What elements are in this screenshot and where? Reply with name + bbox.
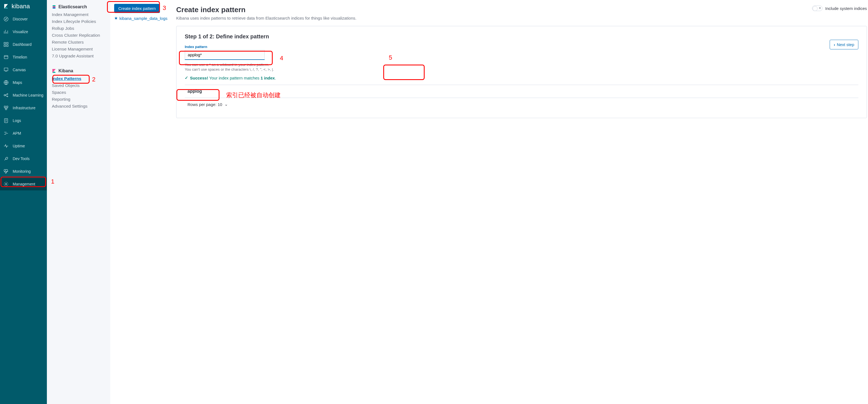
nav-infra[interactable]: Infrastructure — [0, 102, 47, 114]
link-reporting[interactable]: Reporting — [52, 97, 105, 102]
svg-rect-12 — [7, 106, 8, 107]
wrench-icon — [3, 156, 9, 162]
nav-label: Maps — [13, 80, 22, 85]
index-pattern-label: Index pattern — [185, 45, 830, 49]
nav-ml[interactable]: Machine Learning — [0, 89, 47, 102]
create-pattern-panel: Step 1 of 2: Define index pattern Index … — [176, 26, 867, 118]
nav-label: Discover — [13, 17, 28, 21]
nav-monitoring[interactable]: Monitoring — [0, 165, 47, 178]
link-ccr[interactable]: Cross Cluster Replication — [52, 33, 105, 38]
include-system-toggle-group: Include system indices — [812, 5, 867, 11]
main-nav: kibana Discover Visualize Dashboard Time… — [0, 0, 47, 404]
include-system-switch[interactable] — [812, 5, 823, 11]
success-lead: Success! — [190, 76, 208, 80]
nav-label: Timelion — [13, 55, 27, 59]
link-saved-objects[interactable]: Saved Objects — [52, 83, 105, 88]
bar-chart-icon — [3, 29, 9, 34]
brand[interactable]: kibana — [0, 0, 47, 13]
kb-section-title: Kibana — [58, 68, 73, 74]
chevron-down-icon: ⌄ — [224, 102, 228, 107]
heartbeat-icon — [3, 169, 9, 174]
nav-logs[interactable]: Logs — [0, 114, 47, 127]
nav-uptime[interactable]: Uptime — [0, 140, 47, 152]
rows-per-page-label: Rows per page: 10 — [187, 102, 222, 107]
nav-visualize[interactable]: Visualize — [0, 25, 47, 38]
svg-point-8 — [4, 95, 5, 96]
uptime-icon — [3, 143, 9, 149]
nav-apm[interactable]: APM — [0, 127, 47, 140]
nav-items: Discover Visualize Dashboard Timelion Ca… — [0, 13, 47, 191]
index-pattern-entry[interactable]: ★ kibana_sample_data_logs — [114, 16, 167, 21]
page-title: Create index pattern — [176, 5, 356, 14]
svg-rect-6 — [4, 68, 8, 70]
nav-label: Dev Tools — [13, 156, 30, 161]
matched-indices-table: applog Rows per page: 10 ⌄ — [185, 85, 858, 111]
link-index-patterns[interactable]: Index Patterns — [52, 76, 105, 81]
svg-point-10 — [7, 96, 8, 97]
svg-rect-4 — [7, 45, 8, 47]
kb-links: Index Patterns Saved Objects Spaces Repo… — [52, 76, 105, 109]
elasticsearch-icon — [52, 5, 56, 9]
index-pattern-entry-label: kibana_sample_data_logs — [119, 16, 167, 21]
next-step-button[interactable]: › Next step — [830, 40, 858, 49]
hint-wildcard: You can use a * as a wildcard in your in… — [185, 63, 830, 67]
kibana-logo-icon — [3, 4, 9, 9]
svg-point-0 — [4, 17, 8, 21]
svg-rect-5 — [4, 55, 8, 59]
svg-rect-13 — [5, 109, 7, 110]
brand-name: kibana — [11, 3, 30, 10]
timelion-icon — [3, 54, 9, 60]
matched-index-row: applog — [185, 85, 858, 98]
link-index-management[interactable]: Index Management — [52, 12, 105, 17]
step-title: Step 1 of 2: Define index pattern — [185, 33, 858, 40]
es-links: Index Management Index Lifecycle Policie… — [52, 12, 105, 58]
svg-point-15 — [5, 183, 7, 185]
link-advanced-settings[interactable]: Advanced Settings — [52, 104, 105, 109]
nav-label: Infrastructure — [13, 106, 35, 110]
nav-label: Visualize — [13, 30, 28, 34]
create-index-pattern-button[interactable]: Create index pattern — [114, 4, 160, 13]
rows-per-page[interactable]: Rows per page: 10 ⌄ — [185, 98, 858, 111]
nav-label: Management — [13, 182, 35, 186]
nav-canvas[interactable]: Canvas — [0, 63, 47, 76]
link-license[interactable]: License Management — [52, 47, 105, 52]
es-section-title: Elasticsearch — [58, 4, 87, 9]
nav-devtools[interactable]: Dev Tools — [0, 152, 47, 165]
link-rollup[interactable]: Rollup Jobs — [52, 26, 105, 31]
nav-discover[interactable]: Discover — [0, 13, 47, 25]
globe-icon — [3, 80, 9, 85]
nav-maps[interactable]: Maps — [0, 76, 47, 89]
svg-rect-3 — [4, 45, 6, 47]
nav-management[interactable]: Management — [0, 178, 47, 191]
include-system-label: Include system indices — [825, 6, 867, 11]
main-content: Create index pattern Kibana uses index p… — [169, 0, 868, 404]
link-ilm[interactable]: Index Lifecycle Policies — [52, 19, 105, 24]
gear-icon — [3, 181, 9, 187]
check-icon: ✓ — [185, 75, 188, 80]
hint-forbidden-chars: You can't use spaces or the characters \… — [185, 67, 830, 71]
chevron-right-icon: › — [834, 42, 835, 47]
success-rest: Your index pattern matches 1 index. — [208, 76, 276, 80]
compass-icon — [3, 16, 9, 22]
nav-label: Logs — [13, 118, 21, 123]
kibana-small-icon — [52, 69, 56, 73]
svg-point-17 — [52, 6, 56, 7]
nav-dashboard[interactable]: Dashboard — [0, 38, 47, 51]
svg-point-9 — [7, 93, 8, 94]
nav-label: Machine Learning — [13, 93, 43, 97]
es-section-header: Elasticsearch — [52, 4, 105, 9]
nav-label: Uptime — [13, 144, 25, 148]
nav-label: Dashboard — [13, 42, 32, 47]
management-subnav: Elasticsearch Index Management Index Lif… — [47, 0, 110, 404]
nav-label: Monitoring — [13, 169, 31, 174]
link-upgrade[interactable]: 7.0 Upgrade Assistant — [52, 54, 105, 58]
nav-label: APM — [13, 131, 21, 136]
link-remote-clusters[interactable]: Remote Clusters — [52, 40, 105, 45]
svg-point-18 — [52, 7, 56, 8]
link-spaces[interactable]: Spaces — [52, 90, 105, 95]
nav-timelion[interactable]: Timelion — [0, 51, 47, 63]
logs-icon — [3, 118, 9, 123]
svg-rect-11 — [4, 106, 5, 107]
index-pattern-input[interactable] — [185, 50, 265, 60]
panel-footer: › Next step — [830, 40, 858, 49]
